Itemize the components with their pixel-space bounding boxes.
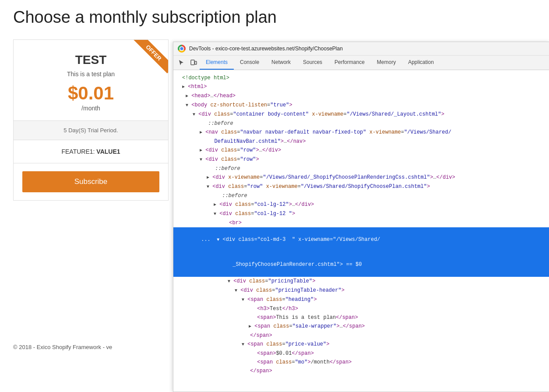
plan-period: /month [22, 105, 159, 112]
dt-line-span-heading-open: <span class="heading"> [173, 295, 549, 304]
svg-rect-1 [195, 61, 197, 64]
dt-line-doctype: <!doctype html> [173, 74, 549, 82]
dt-line-div-container-open: <div class="container body-content" x-vi… [173, 110, 549, 119]
dt-line-h3: <h3>Test</h3> [173, 304, 549, 313]
dt-line-span-heading-close: </span> [173, 331, 549, 340]
page-footer: © 2018 - Exico Shopify Framework - ve [13, 344, 112, 350]
dt-line-span-price-open: <span class="price-value"> [173, 340, 549, 349]
dt-line-selected-2[interactable]: _ShopifyChoosePlanRenderer.cshtml"> == $… [173, 252, 549, 277]
cursor-tool-icon[interactable] [175, 56, 187, 70]
tab-performance[interactable]: Performance [328, 56, 371, 70]
dt-line-div-row-1: <div class="row">…</div> [173, 146, 549, 155]
dt-line-span-price-val: <span>$0.01</span> [173, 349, 549, 358]
feature-label: FEATURE1: [61, 148, 95, 155]
feature-value: VALUE1 [96, 148, 120, 155]
trial-text: 5 Day(S) Trial Period. [63, 127, 118, 134]
svg-rect-0 [191, 60, 194, 65]
tab-console[interactable]: Console [234, 56, 265, 70]
pricing-card: OFFER TEST This is a test plan $0.01 /mo… [13, 39, 169, 201]
dt-line-nav-2: DefaultNavBar.cshtml">…</nav> [173, 137, 549, 146]
devtools-title: DevTools - exico-core-test.azurewebsites… [189, 46, 343, 52]
dt-line-pricing-table-open: <div class="pricingTable"> [173, 277, 549, 286]
tab-application[interactable]: Application [402, 56, 440, 70]
dt-line-head: <head>…</head> [173, 92, 549, 101]
subscribe-section: Subscribe [14, 163, 168, 200]
dt-line-selected[interactable]: ... <div class="col-md-3 " x-viewname="/… [173, 227, 549, 252]
dt-line-br: <br> [173, 219, 549, 227]
dt-line-span-sale: <span class="sale-wrapper">…</span> [173, 322, 549, 331]
tab-elements[interactable]: Elements [200, 56, 234, 70]
dt-line-nav: <nav class="navbar navbar-default navbar… [173, 128, 549, 137]
dt-line-before-2: ::before [173, 164, 549, 173]
tab-sources[interactable]: Sources [297, 56, 328, 70]
dt-line-span-mo: <span class="mo">/month</span> [173, 358, 549, 367]
dt-line-before-3: ::before [173, 191, 549, 200]
dt-line-before-1: ::before [173, 119, 549, 128]
dt-line-col-lg-12-1: <div class="col-lg-12">…</div> [173, 200, 549, 209]
feature-section: FEATURE1: VALUE1 [14, 140, 168, 163]
dt-line-span-desc: <span>This is a test plan</span> [173, 313, 549, 322]
dt-line-col-lg-12-2-open: <div class="col-lg-12 "> [173, 209, 549, 219]
dt-line-body-open: <body cz-shortcut-listen="true"> [173, 101, 549, 110]
device-tool-icon[interactable] [187, 56, 200, 70]
ribbon-label: OFFER [133, 40, 168, 74]
plan-price: $0.01 [22, 83, 159, 104]
tab-memory[interactable]: Memory [371, 56, 402, 70]
devtools-panel: DevTools - exico-core-test.azurewebsites… [173, 42, 549, 392]
dt-line-span-price-close: </span> [173, 367, 549, 375]
chrome-icon [178, 45, 186, 53]
dt-line-div-row-inner-open: <div class="row" x-viewname="/Views/Shar… [173, 182, 549, 191]
page-title: Choose a monthly subscription plan [13, 8, 277, 27]
tab-network[interactable]: Network [265, 56, 297, 70]
trial-section: 5 Day(S) Trial Period. [14, 121, 168, 140]
dt-line-div-row-2-open: <div class="row"> [173, 155, 549, 164]
dt-line-html: <html> [173, 82, 549, 92]
dt-line-pricing-header-open: <div class="pricingTable-header"> [173, 286, 549, 295]
devtools-content[interactable]: <!doctype html> <html> <head>…</head> <b… [173, 70, 549, 392]
subscribe-button[interactable]: Subscribe [22, 171, 159, 192]
devtools-titlebar: DevTools - exico-core-test.azurewebsites… [173, 42, 549, 56]
offer-ribbon: OFFER [129, 40, 168, 79]
dt-line-div-xviewname-1: <div x-viewname="/Views/Shared/_ShopifyC… [173, 173, 549, 182]
devtools-toolbar: Elements Console Network Sources Perform… [173, 56, 549, 70]
